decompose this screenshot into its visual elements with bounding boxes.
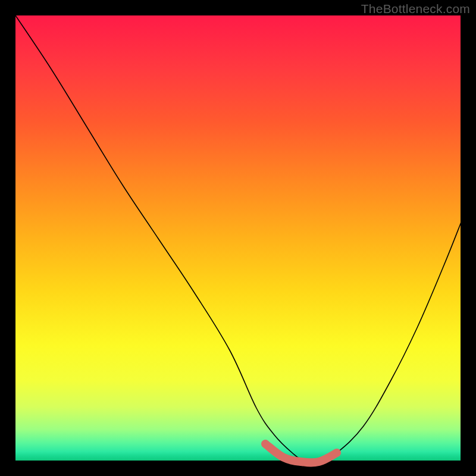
sweet-spot-marker — [265, 444, 337, 463]
chart-svg — [15, 15, 462, 462]
bottleneck-curve — [15, 15, 462, 463]
chart-plot-area — [15, 15, 461, 461]
watermark-text: TheBottleneck.com — [361, 2, 470, 16]
chart-frame: TheBottleneck.com — [0, 0, 476, 476]
